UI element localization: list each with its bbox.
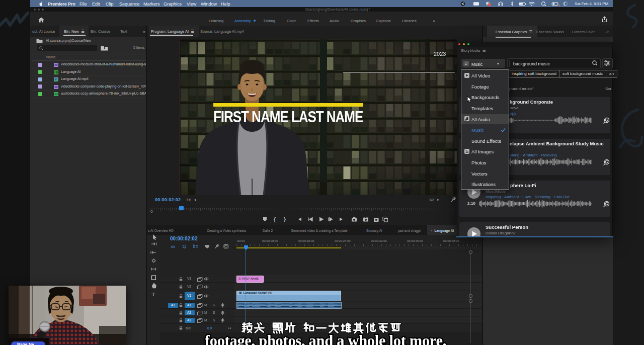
svg-text:footage, photos, and a whole l: footage, photos, and a whole lot more. [205, 332, 446, 345]
